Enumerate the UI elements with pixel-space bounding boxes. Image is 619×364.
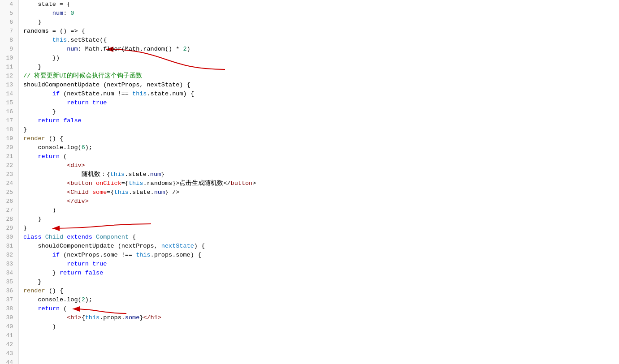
code-line: ) (23, 206, 619, 215)
code-line: // 将要更新UI的时候会执行这个钩子函数 (23, 72, 619, 81)
line-number: 4 (4, 0, 13, 9)
line-number: 14 (4, 90, 13, 98)
code-line: return true (23, 98, 619, 107)
line-number: 31 (4, 242, 13, 251)
line-number: 16 (4, 107, 13, 116)
code-line: render () { (23, 287, 619, 295)
code-editor: 4567891011121314151617181920212223242526… (0, 0, 619, 364)
code-line: return false (23, 116, 619, 125)
code-line: console.log(6); (23, 143, 619, 152)
code-line: } (23, 278, 619, 287)
line-number: 27 (4, 206, 13, 215)
code-line: randoms = () => { (23, 27, 619, 36)
code-line: <div> (23, 161, 619, 170)
line-number: 36 (4, 287, 13, 295)
line-number: 37 (4, 295, 13, 304)
line-number: 9 (4, 45, 13, 54)
line-numbers: 4567891011121314151617181920212223242526… (0, 0, 19, 364)
code-line: } (23, 63, 619, 72)
line-number: 38 (4, 304, 13, 313)
line-number: 7 (4, 27, 13, 36)
line-number: 35 (4, 278, 13, 287)
line-number: 10 (4, 54, 13, 63)
line-number: 18 (4, 125, 13, 134)
line-number: 11 (4, 63, 13, 72)
line-number: 41 (4, 331, 13, 340)
code-line: return ( (23, 304, 619, 313)
line-number: 21 (4, 152, 13, 161)
code-line: } (23, 107, 619, 116)
code-line: }) (23, 54, 619, 63)
code-line: } return false (23, 269, 619, 278)
code-line: return ( (23, 152, 619, 161)
line-number: 5 (4, 9, 13, 18)
line-number: 24 (4, 179, 13, 188)
code-line: 随机数：{this.state.num} (23, 170, 619, 179)
line-number: 30 (4, 233, 13, 242)
line-number: 20 (4, 143, 13, 152)
code-line: </div> (23, 197, 619, 206)
line-number: 39 (4, 313, 13, 322)
line-number: 34 (4, 269, 13, 278)
code-line: <Child some={this.state.num} /> (23, 188, 619, 197)
line-number: 12 (4, 72, 13, 81)
code-line: console.log(2); (23, 295, 619, 304)
line-number: 15 (4, 98, 13, 107)
code-line: num: Math.floor(Math.random() * 2) (23, 45, 619, 54)
code-line: <button onClick={this.randoms}>点击生成随机数</… (23, 179, 619, 188)
line-number: 44 (4, 358, 13, 364)
code-line: } (23, 125, 619, 134)
code-line: num: 0 (23, 9, 619, 18)
line-number: 13 (4, 81, 13, 90)
line-number: 43 (4, 349, 13, 358)
code-line: <h1>{this.props.some}</h1> (23, 313, 619, 322)
line-number: 32 (4, 251, 13, 260)
line-number: 17 (4, 116, 13, 125)
code-line: if (nextState.num !== this.state.num) { (23, 90, 619, 98)
code-area[interactable]: state = { num: 0 }randoms = () => { this… (19, 0, 619, 364)
line-number: 25 (4, 188, 13, 197)
code-line: shouldComponentUpdate (nextProps, nextSt… (23, 81, 619, 90)
line-number: 8 (4, 36, 13, 45)
line-number: 23 (4, 170, 13, 179)
line-number: 29 (4, 224, 13, 233)
code-line: ) (23, 322, 619, 331)
code-line: class Child extends Component { (23, 233, 619, 242)
code-line: shouldComponentUpdate (nextProps, nextSt… (23, 242, 619, 251)
code-line: } (23, 224, 619, 233)
line-number: 42 (4, 340, 13, 349)
code-line: state = { (23, 0, 619, 9)
line-number: 40 (4, 322, 13, 331)
code-line: } (23, 215, 619, 224)
line-number: 6 (4, 18, 13, 27)
line-number: 22 (4, 161, 13, 170)
code-line: return true (23, 260, 619, 269)
code-line: render () { (23, 134, 619, 143)
line-number: 26 (4, 197, 13, 206)
code-line: } (23, 18, 619, 27)
line-number: 19 (4, 134, 13, 143)
code-line: if (nextProps.some !== this.props.some) … (23, 251, 619, 260)
line-number: 33 (4, 260, 13, 269)
line-number: 28 (4, 215, 13, 224)
code-line: this.setState({ (23, 36, 619, 45)
